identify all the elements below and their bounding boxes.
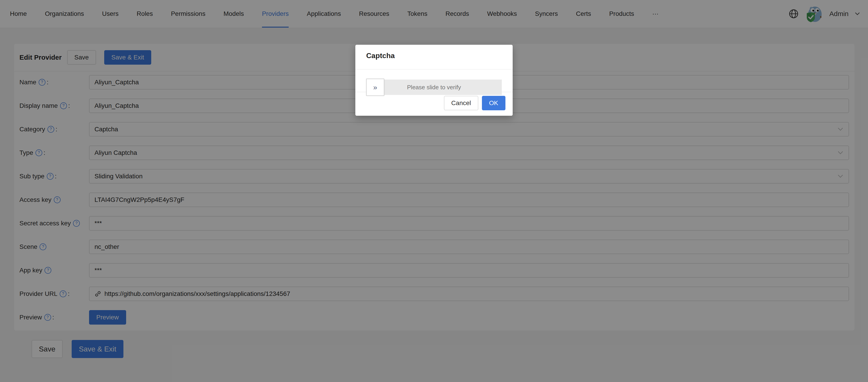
captcha-modal: Captcha Please slide to verify » Cancel … [355,45,513,116]
modal-footer: Cancel OK [444,96,505,110]
modal-title: Captcha [366,52,395,60]
captcha-slider-handle[interactable]: » [366,79,384,96]
ok-button[interactable]: OK [482,96,505,110]
app-root: HomeOrganizationsUsersRolesPermissionsMo… [0,0,868,382]
modal-header-divider [355,69,513,70]
cancel-button[interactable]: Cancel [444,96,478,110]
slider-hint-text: Please slide to verify [407,84,461,91]
captcha-slider-track: Please slide to verify [366,79,502,95]
double-chevron-right-icon: » [373,83,377,92]
